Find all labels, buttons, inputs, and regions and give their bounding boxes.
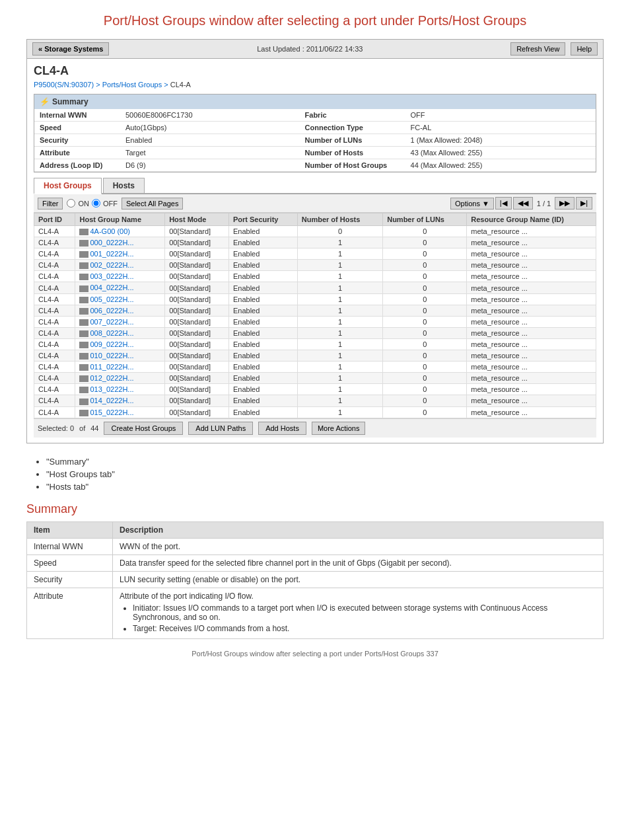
row-port-security: Enabled xyxy=(228,338,297,350)
refresh-view-button[interactable]: Refresh View xyxy=(510,42,565,56)
desc-row: Internal WWN WWN of the port. xyxy=(27,538,604,554)
host-group-link[interactable]: 014_0222H... xyxy=(90,397,133,404)
host-group-link[interactable]: 001_0222H... xyxy=(90,250,133,258)
row-num-hosts: 1 xyxy=(297,237,382,248)
select-all-button[interactable]: Select All Pages xyxy=(122,198,184,210)
options-button[interactable]: Options ▼ xyxy=(450,198,494,210)
table-row: CL4-A 001_0222H... 00[Standard] Enabled … xyxy=(34,248,596,260)
row-port-id: CL4-A xyxy=(34,350,75,362)
help-button[interactable]: Help xyxy=(571,42,598,56)
breadcrumb-system-link[interactable]: P9500(S/N:90307) xyxy=(34,81,94,89)
row-num-luns: 0 xyxy=(383,395,467,406)
total-count: 44 xyxy=(90,424,98,432)
row-port-id: CL4-A xyxy=(34,271,75,282)
host-group-link[interactable]: 006_0222H... xyxy=(90,307,133,315)
row-host-group-name[interactable]: 011_0222H... xyxy=(75,362,165,373)
row-resource-group: meta_resource ... xyxy=(467,406,596,418)
row-port-id: CL4-A xyxy=(34,305,75,316)
row-host-group-name[interactable]: 005_0222H... xyxy=(75,293,165,305)
breadcrumb-current: CL4-A xyxy=(170,81,191,89)
create-host-groups-button[interactable]: Create Host Groups xyxy=(104,422,183,435)
row-host-group-name[interactable]: 008_0222H... xyxy=(75,327,165,338)
host-group-link[interactable]: 010_0222H... xyxy=(90,352,133,360)
row-host-group-name[interactable]: 015_0222H... xyxy=(75,406,165,418)
host-group-link[interactable]: 004_0222H... xyxy=(90,284,133,291)
row-port-security: Enabled xyxy=(228,327,297,338)
filter-button[interactable]: Filter xyxy=(38,198,63,210)
filter-off-radio[interactable] xyxy=(92,199,100,208)
host-group-link[interactable]: 007_0222H... xyxy=(90,318,133,326)
host-group-link[interactable]: 015_0222H... xyxy=(90,408,133,416)
row-host-group-name[interactable]: 009_0222H... xyxy=(75,338,165,350)
row-host-mode: 00[Standard] xyxy=(165,316,229,327)
tab-host-groups[interactable]: Host Groups xyxy=(34,178,102,194)
host-group-link[interactable]: 011_0222H... xyxy=(90,363,133,371)
row-port-id: CL4-A xyxy=(34,362,75,373)
host-group-link[interactable]: 013_0222H... xyxy=(90,385,133,393)
row-num-hosts: 1 xyxy=(297,362,382,373)
row-num-hosts: 1 xyxy=(297,293,382,305)
desc-sub-bullet: Target: Receives I/O commands from a hos… xyxy=(133,624,596,633)
row-host-group-name[interactable]: 007_0222H... xyxy=(75,316,165,327)
row-port-security: Enabled xyxy=(228,362,297,373)
row-num-luns: 0 xyxy=(383,373,467,384)
data-table: Port IDHost Group NameHost ModePort Secu… xyxy=(34,213,596,418)
host-group-link[interactable]: 008_0222H... xyxy=(90,329,133,337)
row-host-group-name[interactable]: 014_0222H... xyxy=(75,395,165,406)
table-row: CL4-A 010_0222H... 00[Standard] Enabled … xyxy=(34,350,596,362)
filter-on-radio[interactable] xyxy=(67,199,75,208)
host-group-link[interactable]: 009_0222H... xyxy=(90,340,133,348)
row-num-luns: 0 xyxy=(383,350,467,362)
page-info: 1 / 1 xyxy=(534,200,553,208)
desc-description: WWN of the port. xyxy=(113,538,604,554)
host-icon xyxy=(79,286,88,292)
breadcrumb: P9500(S/N:90307) > Ports/Host Groups > C… xyxy=(34,81,596,89)
row-host-group-name[interactable]: 006_0222H... xyxy=(75,305,165,316)
tab-hosts[interactable]: Hosts xyxy=(103,178,145,193)
host-group-link[interactable]: 000_0222H... xyxy=(90,239,133,247)
row-num-hosts: 1 xyxy=(297,327,382,338)
row-host-group-name[interactable]: 012_0222H... xyxy=(75,373,165,384)
row-resource-group: meta_resource ... xyxy=(467,395,596,406)
breadcrumb-section-link[interactable]: Ports/Host Groups xyxy=(102,81,162,89)
row-num-hosts: 1 xyxy=(297,384,382,395)
first-page-button[interactable]: |◀ xyxy=(495,197,512,210)
host-icon xyxy=(79,399,88,405)
summary-header-label: Summary xyxy=(52,97,88,106)
row-host-group-name[interactable]: 000_0222H... xyxy=(75,237,165,248)
row-num-luns: 0 xyxy=(383,305,467,316)
row-num-hosts: 1 xyxy=(297,406,382,418)
add-lun-paths-button[interactable]: Add LUN Paths xyxy=(188,422,253,435)
table-row: CL4-A 004_0222H... 00[Standard] Enabled … xyxy=(34,282,596,293)
host-group-link[interactable]: 003_0222H... xyxy=(90,272,133,280)
last-page-button[interactable]: ▶| xyxy=(576,197,592,210)
row-host-group-name[interactable]: 002_0222H... xyxy=(75,260,165,271)
host-group-link[interactable]: 012_0222H... xyxy=(90,374,133,382)
table-row: CL4-A 002_0222H... 00[Standard] Enabled … xyxy=(34,260,596,271)
host-group-link[interactable]: 002_0222H... xyxy=(90,261,133,269)
row-resource-group: meta_resource ... xyxy=(467,226,596,237)
row-host-group-name[interactable]: 013_0222H... xyxy=(75,384,165,395)
host-group-link[interactable]: 005_0222H... xyxy=(90,295,133,303)
row-num-hosts: 1 xyxy=(297,373,382,384)
desc-item: Attribute xyxy=(27,588,113,638)
selected-count: Selected: 0 xyxy=(38,424,74,432)
row-host-group-name[interactable]: 003_0222H... xyxy=(75,271,165,282)
row-port-id: CL4-A xyxy=(34,384,75,395)
row-host-group-name[interactable]: 010_0222H... xyxy=(75,350,165,362)
summary-label: Attribute xyxy=(34,147,120,159)
row-host-group-name[interactable]: 4A-G00 (00) xyxy=(75,226,165,237)
add-hosts-button[interactable]: Add Hosts xyxy=(258,422,306,435)
more-actions-button[interactable]: More Actions xyxy=(312,422,366,435)
row-host-group-name[interactable]: 004_0222H... xyxy=(75,282,165,293)
desc-description: Data transfer speed for the selected fib… xyxy=(113,554,604,571)
prev-page-button[interactable]: ◀◀ xyxy=(513,197,533,210)
row-host-group-name[interactable]: 001_0222H... xyxy=(75,248,165,260)
host-group-link[interactable]: 4A-G00 (00) xyxy=(90,227,130,235)
table-row: CL4-A 013_0222H... 00[Standard] Enabled … xyxy=(34,384,596,395)
description-table: Item Description Internal WWN WWN of the… xyxy=(26,521,604,639)
storage-systems-button[interactable]: « Storage Systems xyxy=(32,42,109,56)
next-page-button[interactable]: ▶▶ xyxy=(555,197,575,210)
desc-col-description: Description xyxy=(113,521,604,538)
host-icon xyxy=(79,364,88,371)
